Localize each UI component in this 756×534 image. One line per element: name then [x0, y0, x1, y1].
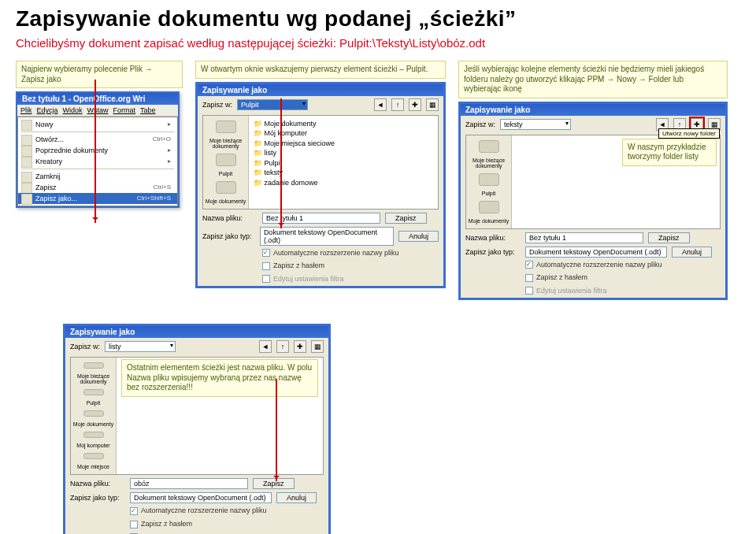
views-icon[interactable]: ▦	[311, 340, 324, 353]
mi-poprzednie[interactable]: Poprzednie dokumenty▸	[18, 145, 177, 156]
filename-label: Nazwa pliku:	[70, 480, 125, 488]
up-icon[interactable]: ↑	[276, 340, 289, 353]
file-pane-2[interactable]: W naszym przykładzie tworzymy folder lis…	[512, 135, 720, 228]
mi-zapisz-jako[interactable]: Zapisz jako...Ctrl+Shift+S	[18, 193, 177, 204]
save-dialog-1: Zapisywanie jako Zapisz w: Pulpit ◄ ↑ ✚ …	[195, 82, 446, 289]
places-bar-1: Moje bieżące dokumenty Pulpit Moje dokum…	[203, 116, 249, 209]
file-pane-3[interactable]: Ostatnim elementem ścieżki jest nazwa pl…	[117, 358, 323, 474]
back-icon[interactable]: ◄	[374, 98, 387, 111]
mi-nowy[interactable]: Nowy▸	[18, 119, 177, 130]
dialog-titlebar-3: Zapisywanie jako	[65, 326, 328, 338]
save-dialog-3: Zapisywanie jako Zapisz w: listy ◄ ↑ ✚ ▦…	[63, 324, 331, 534]
writer-window: Bez tytułu 1 - OpenOffice.org Wri Plik E…	[16, 91, 180, 208]
place-recent-icon[interactable]	[479, 140, 499, 153]
red-arrow-1	[94, 80, 96, 223]
savein-combo-2[interactable]: teksty	[500, 119, 571, 130]
filetype-combo-1[interactable]: Dokument tekstowy OpenDocument (.odt)	[260, 227, 394, 246]
red-arrow-2	[280, 98, 282, 228]
filetype-label: Zapisz jako typ:	[202, 232, 255, 240]
caption-step4: W naszym przykładzie tworzymy folder lis…	[622, 139, 717, 166]
savein-combo-3[interactable]: listy	[105, 341, 176, 352]
dialog-titlebar-2: Zapisywanie jako	[461, 104, 725, 116]
savein-label: Zapisz w:	[465, 121, 495, 128]
places-bar-2: Moje bieżące dokumenty Pulpit Moje dokum…	[466, 135, 512, 228]
caption-step2: W otwartym oknie wskazujemy pierwszy ele…	[195, 61, 446, 79]
filename-input-2[interactable]: Bez tytułu 1	[525, 232, 643, 243]
file-menu-dropdown: Nowy▸ Otwórz...Ctrl+O Poprzednie dokumen…	[17, 117, 178, 206]
place-desktop-icon[interactable]	[216, 154, 236, 166]
save-button-1[interactable]: Zapisz	[385, 213, 427, 224]
menu-format[interactable]: Format	[113, 106, 136, 114]
chk-autoext-3[interactable]	[130, 507, 138, 515]
savein-combo-1[interactable]: Pulpit	[237, 99, 308, 110]
caption-step5: Ostatnim elementem ścieżki jest nazwa pl…	[121, 359, 318, 397]
place-docs-icon[interactable]	[83, 410, 104, 417]
menu-widok[interactable]: Widok	[63, 106, 83, 114]
writer-menubar: Plik Edycja Widok Wstaw Format Tabe	[17, 105, 178, 117]
filetype-combo-3[interactable]: Dokument tekstowy OpenDocument (.odt)	[130, 492, 272, 503]
mi-otworz[interactable]: Otwórz...Ctrl+O	[18, 134, 177, 145]
up-icon[interactable]: ↑	[391, 98, 404, 111]
chk-autoext-2[interactable]	[525, 261, 533, 269]
chk-autoext-1[interactable]	[262, 249, 270, 257]
menu-plik[interactable]: Plik	[20, 106, 32, 114]
place-network-icon[interactable]	[83, 453, 104, 459]
place-desktop-icon[interactable]	[83, 389, 104, 395]
newfolder-icon[interactable]: ✚	[294, 340, 306, 353]
savein-label: Zapisz w:	[70, 343, 100, 350]
filename-label: Nazwa pliku:	[465, 234, 521, 242]
place-recent-icon[interactable]	[83, 362, 104, 369]
savein-label: Zapisz w:	[202, 101, 232, 109]
mi-kreatory[interactable]: Kreatory▸	[18, 156, 177, 167]
back-icon[interactable]: ◄	[259, 340, 272, 353]
place-docs-icon[interactable]	[216, 181, 236, 194]
cancel-button-2[interactable]: Anuluj	[672, 247, 712, 258]
caption-step3: Jeśli wybierając kolejne elementy ścieżk…	[458, 61, 728, 98]
writer-titlebar: Bez tytułu 1 - OpenOffice.org Wri	[17, 93, 178, 105]
filetype-label: Zapisz jako typ:	[70, 494, 125, 502]
place-recent-icon[interactable]	[216, 121, 236, 133]
red-arrow-3	[276, 379, 277, 481]
place-desktop-icon[interactable]	[479, 173, 499, 186]
newfolder-icon[interactable]: ✚	[409, 98, 421, 111]
dialog-titlebar-1: Zapisywanie jako	[198, 84, 443, 96]
filetype-combo-2[interactable]: Dokument tekstowy OpenDocument (.odt)	[525, 247, 667, 258]
views-icon[interactable]: ▦	[426, 98, 439, 111]
menu-wstaw[interactable]: Wstaw	[87, 106, 109, 114]
chk-filter-1	[262, 275, 270, 283]
menu-tabela[interactable]: Tabe	[140, 106, 156, 114]
place-docs-icon[interactable]	[479, 201, 499, 213]
filename-input-3[interactable]: obóz	[130, 478, 248, 489]
cancel-button-1[interactable]: Anuluj	[398, 231, 439, 242]
save-dialog-2: Zapisywanie jako Zapisz w: teksty ◄ ↑ ✚ …	[458, 102, 728, 301]
mi-zamknij[interactable]: Zamknij	[18, 171, 177, 182]
chk-password-1[interactable]	[262, 262, 270, 270]
mi-zapisz[interactable]: ZapiszCtrl+S	[18, 182, 177, 193]
filename-label: Nazwa pliku:	[202, 214, 258, 222]
cancel-button-3[interactable]: Anuluj	[276, 492, 317, 503]
menu-edycja[interactable]: Edycja	[37, 106, 58, 114]
page-subtitle: Chcielibyśmy dokument zapisać według nas…	[16, 36, 740, 50]
file-list-1[interactable]: Moje dokumenty Mój komputer Moje miejsca…	[249, 116, 438, 209]
chk-password-2[interactable]	[525, 274, 533, 282]
caption-step1: Najpierw wybieramy polecenie Plik → Zapi…	[16, 61, 183, 88]
places-bar-3: Moje bieżące dokumenty Pulpit Moje dokum…	[71, 358, 117, 474]
save-button-2[interactable]: Zapisz	[648, 232, 690, 243]
chk-filter-2	[525, 287, 533, 295]
chk-password-3[interactable]	[130, 521, 138, 528]
filetype-label: Zapisz jako typ:	[465, 248, 521, 256]
place-computer-icon[interactable]	[83, 432, 104, 438]
page-title: Zapisywanie dokumentu wg podanej „ścieżk…	[16, 6, 740, 32]
